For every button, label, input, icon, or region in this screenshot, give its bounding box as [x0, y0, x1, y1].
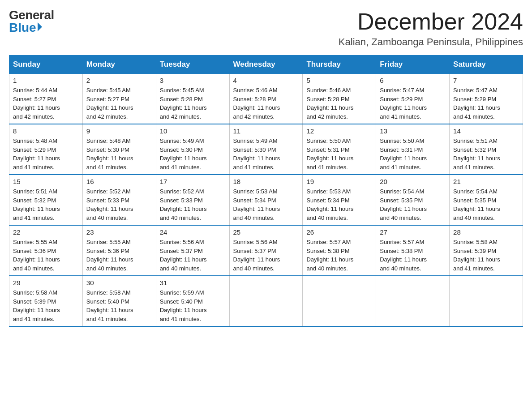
calendar-cell: 13 Sunrise: 5:50 AM Sunset: 5:31 PM Dayl… — [376, 124, 450, 175]
calendar-cell: 4 Sunrise: 5:46 AM Sunset: 5:28 PM Dayli… — [229, 74, 303, 124]
col-header-friday: Friday — [376, 56, 450, 74]
day-info: Sunrise: 5:47 AM Sunset: 5:29 PM Dayligh… — [380, 86, 446, 121]
calendar-cell: 30 Sunrise: 5:58 AM Sunset: 5:40 PM Dayl… — [82, 276, 156, 326]
day-info: Sunrise: 5:48 AM Sunset: 5:29 PM Dayligh… — [13, 137, 79, 171]
day-number: 10 — [160, 127, 226, 135]
day-number: 13 — [380, 127, 446, 135]
day-info: Sunrise: 5:55 AM Sunset: 5:36 PM Dayligh… — [86, 238, 152, 273]
calendar-cell: 5 Sunrise: 5:46 AM Sunset: 5:28 PM Dayli… — [303, 74, 376, 124]
calendar-week-5: 29 Sunrise: 5:58 AM Sunset: 5:39 PM Dayl… — [9, 276, 523, 326]
day-number: 28 — [453, 228, 519, 236]
day-number: 19 — [306, 178, 372, 185]
day-info: Sunrise: 5:58 AM Sunset: 5:39 PM Dayligh… — [453, 238, 519, 273]
day-number: 15 — [13, 178, 79, 185]
day-number: 2 — [86, 77, 152, 84]
day-info: Sunrise: 5:50 AM Sunset: 5:31 PM Dayligh… — [306, 137, 372, 171]
calendar-cell: 14 Sunrise: 5:51 AM Sunset: 5:32 PM Dayl… — [450, 124, 523, 175]
day-info: Sunrise: 5:54 AM Sunset: 5:35 PM Dayligh… — [453, 187, 519, 222]
day-info: Sunrise: 5:59 AM Sunset: 5:40 PM Dayligh… — [160, 288, 226, 323]
day-info: Sunrise: 5:44 AM Sunset: 5:27 PM Dayligh… — [13, 86, 79, 121]
day-number: 9 — [86, 127, 152, 135]
day-number: 7 — [453, 77, 519, 84]
day-number: 5 — [306, 77, 372, 84]
day-number: 6 — [380, 77, 446, 84]
day-number: 29 — [13, 279, 79, 287]
calendar-week-2: 8 Sunrise: 5:48 AM Sunset: 5:29 PM Dayli… — [9, 124, 523, 175]
month-title: December 2024 — [339, 9, 523, 34]
calendar-cell: 27 Sunrise: 5:57 AM Sunset: 5:38 PM Dayl… — [376, 225, 450, 276]
calendar-cell: 6 Sunrise: 5:47 AM Sunset: 5:29 PM Dayli… — [376, 74, 450, 124]
day-number: 16 — [86, 178, 152, 185]
day-info: Sunrise: 5:51 AM Sunset: 5:32 PM Dayligh… — [453, 137, 519, 171]
day-number: 1 — [13, 77, 79, 84]
logo: General Blue — [9, 9, 54, 34]
day-info: Sunrise: 5:52 AM Sunset: 5:33 PM Dayligh… — [160, 187, 226, 222]
logo-blue-text: Blue — [9, 21, 54, 34]
day-number: 31 — [160, 279, 226, 287]
col-header-saturday: Saturday — [450, 56, 523, 74]
calendar-cell: 21 Sunrise: 5:54 AM Sunset: 5:35 PM Dayl… — [450, 175, 523, 225]
calendar-cell — [229, 276, 303, 326]
calendar-cell: 12 Sunrise: 5:50 AM Sunset: 5:31 PM Dayl… — [303, 124, 376, 175]
calendar-cell: 22 Sunrise: 5:55 AM Sunset: 5:36 PM Dayl… — [9, 225, 83, 276]
day-info: Sunrise: 5:49 AM Sunset: 5:30 PM Dayligh… — [233, 137, 299, 171]
day-number: 21 — [453, 178, 519, 185]
calendar-cell: 26 Sunrise: 5:57 AM Sunset: 5:38 PM Dayl… — [303, 225, 376, 276]
calendar-cell — [376, 276, 450, 326]
day-number: 3 — [160, 77, 226, 84]
calendar-cell: 23 Sunrise: 5:55 AM Sunset: 5:36 PM Dayl… — [82, 225, 156, 276]
calendar-cell: 18 Sunrise: 5:53 AM Sunset: 5:34 PM Dayl… — [229, 175, 303, 225]
col-header-monday: Monday — [82, 56, 156, 74]
calendar-week-3: 15 Sunrise: 5:51 AM Sunset: 5:32 PM Dayl… — [9, 175, 523, 225]
day-number: 27 — [380, 228, 446, 236]
calendar-cell: 8 Sunrise: 5:48 AM Sunset: 5:29 PM Dayli… — [9, 124, 83, 175]
calendar-cell: 11 Sunrise: 5:49 AM Sunset: 5:30 PM Dayl… — [229, 124, 303, 175]
logo-triangle-icon — [38, 22, 42, 31]
day-info: Sunrise: 5:53 AM Sunset: 5:34 PM Dayligh… — [233, 187, 299, 222]
day-info: Sunrise: 5:56 AM Sunset: 5:37 PM Dayligh… — [160, 238, 226, 273]
calendar-table: SundayMondayTuesdayWednesdayThursdayFrid… — [9, 55, 523, 327]
day-info: Sunrise: 5:56 AM Sunset: 5:37 PM Dayligh… — [233, 238, 299, 273]
day-number: 23 — [86, 228, 152, 236]
day-info: Sunrise: 5:47 AM Sunset: 5:29 PM Dayligh… — [453, 86, 519, 121]
calendar-cell: 19 Sunrise: 5:53 AM Sunset: 5:34 PM Dayl… — [303, 175, 376, 225]
calendar-cell: 24 Sunrise: 5:56 AM Sunset: 5:37 PM Dayl… — [156, 225, 229, 276]
calendar-week-1: 1 Sunrise: 5:44 AM Sunset: 5:27 PM Dayli… — [9, 74, 523, 124]
day-info: Sunrise: 5:48 AM Sunset: 5:30 PM Dayligh… — [86, 137, 152, 171]
day-info: Sunrise: 5:45 AM Sunset: 5:27 PM Dayligh… — [86, 86, 152, 121]
day-info: Sunrise: 5:52 AM Sunset: 5:33 PM Dayligh… — [86, 187, 152, 222]
location-title: Kalian, Zamboanga Peninsula, Philippines — [339, 36, 523, 48]
day-number: 18 — [233, 178, 299, 185]
day-number: 30 — [86, 279, 152, 287]
day-number: 26 — [306, 228, 372, 236]
day-info: Sunrise: 5:57 AM Sunset: 5:38 PM Dayligh… — [380, 238, 446, 273]
day-number: 11 — [233, 127, 299, 135]
calendar-cell: 7 Sunrise: 5:47 AM Sunset: 5:29 PM Dayli… — [450, 74, 523, 124]
calendar-week-4: 22 Sunrise: 5:55 AM Sunset: 5:36 PM Dayl… — [9, 225, 523, 276]
day-number: 22 — [13, 228, 79, 236]
calendar-cell: 15 Sunrise: 5:51 AM Sunset: 5:32 PM Dayl… — [9, 175, 83, 225]
calendar-cell — [450, 276, 523, 326]
day-info: Sunrise: 5:46 AM Sunset: 5:28 PM Dayligh… — [306, 86, 372, 121]
day-number: 12 — [306, 127, 372, 135]
logo-general-text: General — [9, 9, 54, 21]
day-number: 17 — [160, 178, 226, 185]
day-info: Sunrise: 5:55 AM Sunset: 5:36 PM Dayligh… — [13, 238, 79, 273]
calendar-cell: 31 Sunrise: 5:59 AM Sunset: 5:40 PM Dayl… — [156, 276, 229, 326]
calendar-cell: 25 Sunrise: 5:56 AM Sunset: 5:37 PM Dayl… — [229, 225, 303, 276]
day-number: 24 — [160, 228, 226, 236]
col-header-tuesday: Tuesday — [156, 56, 229, 74]
page-header: General Blue December 2024 Kalian, Zambo… — [9, 9, 523, 48]
day-info: Sunrise: 5:58 AM Sunset: 5:39 PM Dayligh… — [13, 288, 79, 323]
day-number: 4 — [233, 77, 299, 84]
col-header-wednesday: Wednesday — [229, 56, 303, 74]
day-number: 25 — [233, 228, 299, 236]
day-info: Sunrise: 5:46 AM Sunset: 5:28 PM Dayligh… — [233, 86, 299, 121]
calendar-cell: 2 Sunrise: 5:45 AM Sunset: 5:27 PM Dayli… — [82, 74, 156, 124]
day-number: 14 — [453, 127, 519, 135]
calendar-cell: 29 Sunrise: 5:58 AM Sunset: 5:39 PM Dayl… — [9, 276, 83, 326]
calendar-cell: 9 Sunrise: 5:48 AM Sunset: 5:30 PM Dayli… — [82, 124, 156, 175]
calendar-cell: 10 Sunrise: 5:49 AM Sunset: 5:30 PM Dayl… — [156, 124, 229, 175]
calendar-cell: 1 Sunrise: 5:44 AM Sunset: 5:27 PM Dayli… — [9, 74, 83, 124]
calendar-cell: 17 Sunrise: 5:52 AM Sunset: 5:33 PM Dayl… — [156, 175, 229, 225]
